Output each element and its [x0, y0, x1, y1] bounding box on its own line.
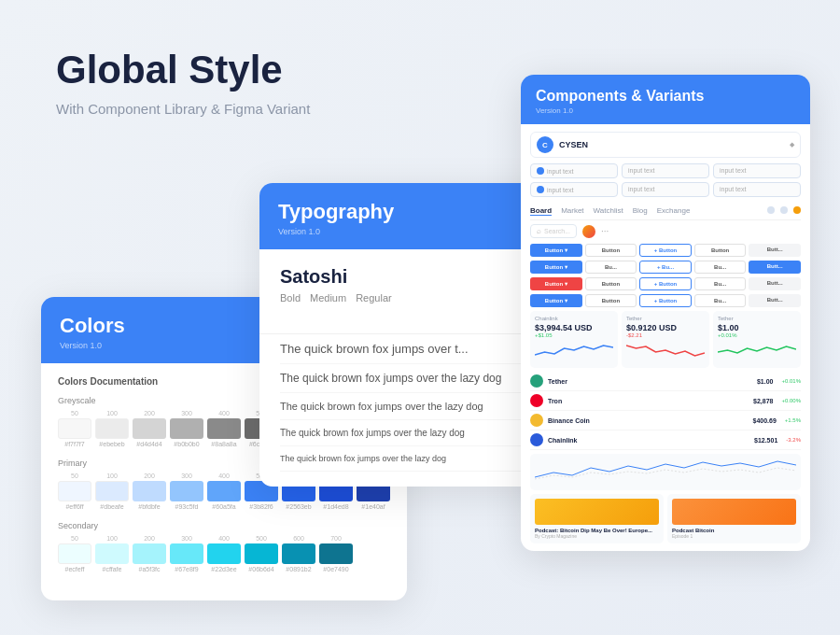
swatch: [133, 418, 166, 439]
btn-ghost-4[interactable]: Bu...: [694, 261, 747, 274]
price-icon: [530, 433, 543, 446]
btn-red-1[interactable]: Button ▾: [530, 277, 582, 290]
card-sub: By Crypto Magazine: [535, 533, 659, 539]
comp-bottom-card-2: Podcast Bitcoin Episode 1: [667, 494, 801, 543]
price-row-tether: Tether $1.00 +0.01%: [530, 372, 801, 391]
swatch-group: 400 #22d3ee: [207, 535, 241, 572]
main-title-area: Global Style With Component Library & Fi…: [56, 49, 310, 117]
btn-outline-3[interactable]: + Button: [639, 277, 692, 290]
price-change: -3.2%: [786, 437, 801, 443]
input-placeholder: input text: [547, 187, 573, 193]
swatch-group: 300 #67e8f9: [170, 535, 203, 572]
comp-input-box[interactable]: input text: [530, 182, 618, 197]
font-name: Satoshi: [280, 266, 527, 288]
btn-ghost-8[interactable]: Bu...: [694, 294, 747, 307]
swatch: [133, 543, 166, 564]
comp-logo-sub: ◆: [790, 141, 794, 148]
input-placeholder: input text: [628, 167, 654, 174]
card-thumbnail: [672, 499, 796, 525]
secondary-section: Secondary 50 #ecfeff 100 #cffafe 200 #a5…: [58, 521, 390, 572]
nav-item-blog[interactable]: Blog: [633, 206, 648, 216]
swatch: [58, 481, 91, 501]
comp-input-box[interactable]: input text: [622, 163, 709, 178]
page-subtitle: With Component Library & Figma Variant: [56, 101, 310, 117]
btn-gray-2[interactable]: Butt...: [749, 277, 801, 290]
btn-ghost-3[interactable]: Bu...: [585, 261, 637, 274]
comp-input-box[interactable]: input text: [622, 182, 709, 197]
swatch-group: 100 #dbeafe: [95, 473, 129, 510]
price-icon: [530, 394, 543, 407]
price-name: Tether: [548, 378, 752, 385]
swatch-group: 200 #a5f3fc: [133, 535, 166, 572]
btn-blue-4[interactable]: Button ▾: [530, 294, 582, 307]
comp-search[interactable]: ⌕ Search...: [530, 224, 577, 238]
comp-bottom-card-1: Podcast: Bitcoin Dip May Be Over! Europe…: [530, 494, 664, 543]
card-sub: Episode 1: [672, 533, 796, 539]
btn-blue-2[interactable]: Button ▾: [530, 261, 582, 274]
swatch-group: 200 #d4d4d4: [133, 410, 166, 447]
chart-value: $3,994.54 USD: [535, 323, 613, 332]
btn-gray-1[interactable]: Butt...: [749, 244, 801, 257]
btn-ghost-6[interactable]: Bu...: [694, 277, 747, 290]
swatch: [207, 418, 241, 439]
swatch: [58, 543, 91, 564]
price-name: Chainlink: [548, 437, 749, 444]
input-icon: [537, 167, 544, 175]
weight-bold: Bold: [280, 292, 301, 303]
comp-nav: Board Market Watchlist Blog Exchange: [530, 203, 801, 220]
chart-value: $1.00: [718, 323, 796, 332]
search-icon: ⌕: [537, 227, 541, 235]
chart-change: +$1.05: [535, 332, 613, 338]
comp-logo-name: CYSEN: [559, 140, 588, 149]
btn-blue-1[interactable]: Button ▾: [530, 244, 582, 257]
input-placeholder: input text: [547, 168, 573, 175]
btn-outline-2[interactable]: + Bu...: [639, 261, 692, 274]
comp-logo-row: C CYSEN ◆: [530, 132, 801, 158]
swatch: [282, 543, 315, 564]
line-chart-svg: [535, 459, 796, 482]
nav-item-market[interactable]: Market: [561, 206, 583, 216]
btn-ghost-2[interactable]: Button: [694, 244, 747, 257]
nav-item-exchange[interactable]: Exchange: [657, 206, 691, 216]
input-placeholder: input text: [628, 186, 654, 192]
btn-outline-4[interactable]: + Button: [639, 294, 692, 307]
comp-btn-grid-4: Button ▾ Button + Button Bu... Butt...: [530, 294, 801, 307]
swatch: [58, 418, 91, 439]
swatch: [319, 543, 353, 564]
btn-ghost-1[interactable]: Button: [585, 244, 637, 257]
comp-btn-grid-3: Button ▾ Button + Button Bu... Butt...: [530, 277, 801, 290]
comp-input-box[interactable]: input text: [713, 182, 801, 197]
swatch-num: 100: [106, 410, 118, 416]
weight-medium: Medium: [310, 292, 346, 303]
btn-outline-1[interactable]: + Button: [639, 244, 692, 257]
nav-item-watchlist[interactable]: Watchlist: [594, 206, 623, 216]
chart-label: Tether: [626, 316, 705, 321]
search-placeholder: Search...: [544, 228, 570, 234]
btn-gray-3[interactable]: Butt...: [749, 294, 801, 307]
comp-input-grid: input text input text input text input t…: [530, 163, 801, 197]
comp-price-table: Tether $1.00 +0.01% Tron $2,878 +0.00% B…: [530, 372, 801, 450]
swatch-num: 400: [218, 410, 230, 416]
weight-regular: Regular: [356, 292, 392, 303]
comp-input-box[interactable]: input text: [713, 163, 801, 178]
comp-filter-avatar: [582, 225, 595, 238]
comp-logo-icon: C: [537, 136, 553, 153]
btn-blue-3[interactable]: Butt...: [749, 261, 801, 274]
btn-ghost-7[interactable]: Button: [585, 294, 637, 307]
comp-input-box[interactable]: input text: [530, 163, 618, 178]
swatch: [95, 481, 129, 501]
secondary-label: Secondary: [58, 521, 390, 530]
comp-card-title: Components & Variants: [536, 88, 795, 105]
swatch-group: 500 #06b6d4: [245, 535, 278, 572]
secondary-swatches: 50 #ecfeff 100 #cffafe 200 #a5f3fc 300: [58, 535, 390, 572]
swatch-group: 100 #ebebeb: [95, 410, 129, 447]
nav-item-board[interactable]: Board: [530, 206, 552, 216]
chart-change: +0.01%: [718, 332, 796, 338]
price-icon: [530, 414, 543, 427]
btn-ghost-5[interactable]: Button: [585, 277, 637, 290]
swatch-group: 50 #f7f7f7: [58, 410, 91, 447]
price-change: +0.00%: [781, 398, 801, 403]
swatch-num: 300: [181, 410, 192, 416]
price-row-tron: Tron $2,878 +0.00%: [530, 391, 801, 411]
swatch-hex: #f7f7f7: [64, 441, 84, 447]
